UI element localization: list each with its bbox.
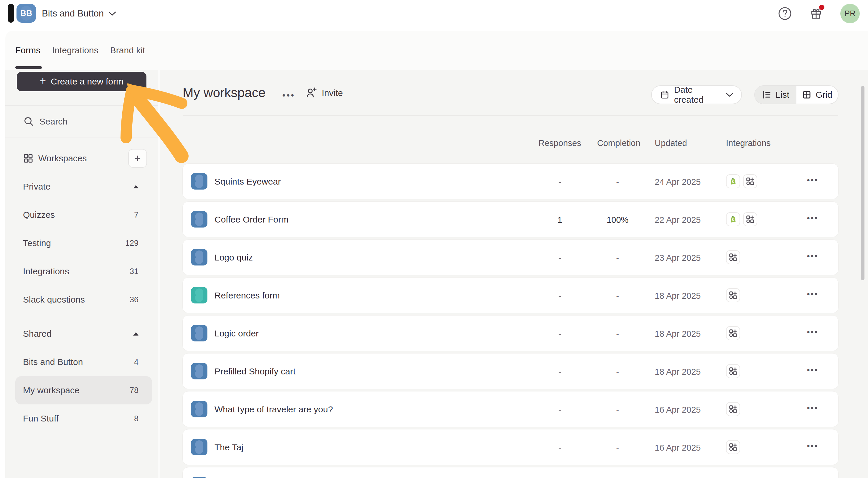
form-row[interactable]: The Taj - - 16 Apr 2025 ••• bbox=[183, 430, 838, 465]
tab-forms[interactable]: Forms bbox=[15, 45, 40, 55]
form-row[interactable] bbox=[183, 468, 838, 478]
form-row[interactable]: Prefilled Shopify cart - - 18 Apr 2025 •… bbox=[183, 353, 838, 389]
completion-value: - bbox=[588, 367, 647, 377]
list-label: List bbox=[775, 90, 789, 100]
main-area: My workspace ••• Invite Date created bbox=[160, 70, 868, 478]
collapse-triangle-icon[interactable] bbox=[133, 332, 138, 336]
integration-chips bbox=[726, 326, 740, 340]
brand-logo[interactable] bbox=[8, 4, 14, 23]
workspace-name: Integrations bbox=[23, 266, 69, 276]
form-row[interactable]: What type of traveler are you? - - 16 Ap… bbox=[183, 391, 838, 427]
connect-integration-chip[interactable] bbox=[726, 402, 740, 416]
create-form-button[interactable]: + Create a new form bbox=[17, 72, 147, 91]
page-title: My workspace bbox=[183, 86, 266, 100]
chevron-down-icon bbox=[108, 11, 116, 16]
create-form-label: Create a new form bbox=[51, 76, 123, 87]
form-thumbnail bbox=[191, 401, 208, 417]
row-menu-button[interactable]: ••• bbox=[804, 441, 822, 451]
sidebar-item-bits-and-button[interactable]: Bits and Button 4 bbox=[5, 348, 158, 376]
connect-integration-chip[interactable] bbox=[726, 288, 740, 302]
form-title: References form bbox=[215, 291, 280, 301]
invite-label: Invite bbox=[322, 88, 343, 98]
tab-integrations[interactable]: Integrations bbox=[52, 45, 98, 55]
sidebar-item-workspaces[interactable]: Workspaces + bbox=[5, 144, 158, 172]
column-header-completion: Completion bbox=[589, 138, 648, 148]
updated-value: 18 Apr 2025 bbox=[655, 329, 701, 339]
column-header-responses: Responses bbox=[530, 138, 589, 148]
org-avatar-initials: BB bbox=[20, 8, 32, 18]
help-button[interactable] bbox=[778, 6, 792, 21]
sidebar-section-private[interactable]: Private bbox=[5, 172, 158, 201]
sidebar-item-quizzes[interactable]: Quizzes 7 bbox=[5, 201, 158, 229]
sidebar-item-slack-questions[interactable]: Slack questions 36 bbox=[5, 285, 158, 314]
connect-integration-chip[interactable] bbox=[726, 364, 740, 378]
form-row[interactable]: References form - - 18 Apr 2025 ••• bbox=[183, 278, 838, 313]
sidebar-item-integrations[interactable]: Integrations 31 bbox=[5, 257, 158, 285]
connect-integration-chip[interactable] bbox=[726, 250, 740, 264]
form-thumbnail bbox=[191, 477, 208, 478]
updated-value: 23 Apr 2025 bbox=[655, 253, 701, 263]
tab-bar: Forms Integrations Brand kit bbox=[15, 31, 145, 70]
workspace-name: My workspace bbox=[23, 385, 80, 395]
user-avatar[interactable]: PR bbox=[840, 4, 860, 23]
shopify-integration-chip[interactable]: S bbox=[726, 174, 740, 189]
invite-button[interactable]: Invite bbox=[305, 87, 343, 99]
connect-integration-chip[interactable] bbox=[743, 212, 757, 226]
top-bar: BB Bits and Button bbox=[0, 0, 868, 31]
search-button[interactable]: Search bbox=[5, 106, 158, 137]
notification-dot bbox=[819, 5, 825, 10]
integration-chips bbox=[726, 364, 740, 378]
updated-value: 18 Apr 2025 bbox=[655, 291, 701, 301]
sidebar-section-shared[interactable]: Shared bbox=[5, 320, 158, 348]
row-menu-button[interactable]: ••• bbox=[804, 403, 822, 413]
row-menu-button[interactable]: ••• bbox=[804, 213, 822, 223]
scrollbar[interactable] bbox=[861, 86, 865, 280]
shopify-integration-chip[interactable]: S bbox=[726, 212, 740, 226]
search-icon bbox=[24, 116, 34, 127]
form-row[interactable]: Coffee Order Form 1 100% 22 Apr 2025 S bbox=[183, 202, 838, 237]
collapse-triangle-icon[interactable] bbox=[133, 185, 138, 189]
form-title: Coffee Order Form bbox=[215, 214, 288, 225]
whats-new-button[interactable] bbox=[809, 6, 823, 21]
list-view-icon bbox=[762, 90, 771, 100]
view-grid-button[interactable]: Grid bbox=[797, 86, 838, 104]
section-label: Shared bbox=[23, 329, 52, 339]
workspace-menu-button[interactable]: ••• bbox=[280, 90, 298, 101]
responses-value: - bbox=[530, 291, 589, 301]
workspace-count: 31 bbox=[130, 267, 138, 276]
connect-integration-chip[interactable] bbox=[726, 326, 740, 340]
apps-plus-icon bbox=[728, 329, 738, 338]
sidebar-item-my-workspace[interactable]: My workspace 78 bbox=[15, 376, 152, 404]
connect-integration-chip[interactable] bbox=[726, 440, 740, 454]
row-menu-button[interactable]: ••• bbox=[804, 289, 822, 299]
completion-value: 100% bbox=[588, 215, 647, 225]
shopify-icon: S bbox=[728, 214, 738, 224]
row-menu-button[interactable]: ••• bbox=[804, 251, 822, 261]
grid-view-icon bbox=[802, 90, 811, 100]
chevron-down-icon bbox=[726, 93, 733, 97]
search-label: Search bbox=[39, 116, 67, 127]
sort-dropdown[interactable]: Date created bbox=[651, 86, 742, 104]
calendar-icon bbox=[660, 90, 670, 100]
row-menu-button[interactable]: ••• bbox=[804, 365, 822, 375]
org-avatar[interactable]: BB bbox=[17, 4, 36, 23]
sidebar-item-fun-stuff[interactable]: Fun Stuff 8 bbox=[5, 404, 158, 433]
form-thumbnail bbox=[191, 211, 208, 228]
form-row[interactable]: Logo quiz - - 23 Apr 2025 ••• bbox=[183, 240, 838, 275]
form-row[interactable]: Logic order - - 18 Apr 2025 ••• bbox=[183, 315, 838, 351]
add-workspace-button[interactable]: + bbox=[128, 149, 147, 168]
workspace-count: 36 bbox=[130, 295, 138, 304]
column-header-updated: Updated bbox=[655, 138, 687, 148]
row-menu-button[interactable]: ••• bbox=[804, 175, 822, 185]
view-list-button[interactable]: List bbox=[755, 86, 797, 104]
form-thumbnail bbox=[191, 249, 208, 266]
workspace-count: 78 bbox=[130, 386, 138, 395]
form-title: Logo quiz bbox=[215, 252, 253, 263]
tab-brand-kit[interactable]: Brand kit bbox=[110, 45, 145, 55]
row-menu-button[interactable]: ••• bbox=[804, 327, 822, 337]
account-switcher[interactable]: Bits and Button bbox=[42, 0, 116, 27]
integration-chips bbox=[726, 250, 740, 264]
connect-integration-chip[interactable] bbox=[743, 174, 757, 189]
form-row[interactable]: Squints Eyewear - - 24 Apr 2025 S bbox=[183, 164, 838, 199]
sidebar-item-testing[interactable]: Testing 129 bbox=[5, 229, 158, 257]
